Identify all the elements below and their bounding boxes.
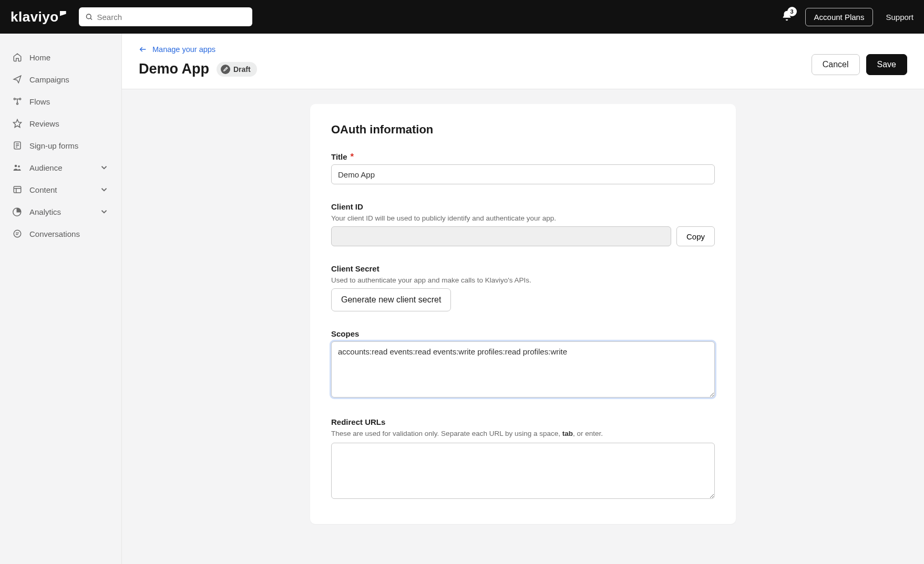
- chat-icon: [13, 229, 22, 238]
- generate-secret-button[interactable]: Generate new client secret: [331, 288, 451, 311]
- title-label: Title: [331, 152, 347, 161]
- field-client-id: Client ID Your client ID will be used to…: [331, 202, 715, 246]
- svg-point-10: [15, 165, 17, 168]
- logo-flag-icon: [60, 11, 66, 16]
- search-input-wrap[interactable]: [79, 7, 252, 26]
- home-icon: [13, 53, 22, 62]
- main-content: Manage your apps Demo App Draft Cancel S…: [122, 34, 924, 564]
- audience-icon: [13, 163, 22, 172]
- arrow-left-icon: [139, 45, 147, 54]
- breadcrumb-label: Manage your apps: [152, 45, 215, 54]
- svg-point-15: [14, 230, 21, 237]
- redirect-help: These are used for validation only. Sepa…: [331, 430, 715, 437]
- sidebar-item-label: Sign-up forms: [29, 141, 78, 150]
- support-link[interactable]: Support: [886, 13, 913, 22]
- notifications-badge: 3: [787, 7, 797, 16]
- svg-marker-5: [14, 120, 22, 128]
- send-icon: [13, 75, 22, 84]
- field-title: Title *: [331, 152, 715, 184]
- sidebar-item-home[interactable]: Home: [7, 46, 114, 68]
- sidebar-item-content[interactable]: Content: [7, 179, 114, 201]
- sidebar-item-conversations[interactable]: Conversations: [7, 223, 114, 245]
- sidebar: Home Campaigns Flows Reviews Sign-up for…: [0, 34, 122, 564]
- svg-point-0: [86, 14, 91, 19]
- logo[interactable]: klaviyo: [11, 9, 66, 25]
- sidebar-item-flows[interactable]: Flows: [7, 90, 114, 112]
- scopes-textarea[interactable]: [331, 341, 715, 398]
- sidebar-item-signup-forms[interactable]: Sign-up forms: [7, 134, 114, 156]
- svg-line-1: [90, 18, 92, 20]
- page-title: Demo App: [139, 61, 209, 77]
- section-title: OAuth information: [331, 123, 715, 137]
- chevron-down-icon: [99, 207, 109, 216]
- svg-point-4: [17, 103, 18, 105]
- svg-rect-12: [14, 186, 21, 193]
- notifications-button[interactable]: 3: [781, 10, 793, 24]
- field-scopes: Scopes: [331, 329, 715, 400]
- star-icon: [13, 119, 22, 128]
- sidebar-item-label: Content: [29, 185, 57, 194]
- top-bar: klaviyo 3 Account Plans Support: [0, 0, 924, 34]
- client-secret-help: Used to authenticate your app and make c…: [331, 276, 715, 284]
- sidebar-item-label: Reviews: [29, 119, 59, 128]
- field-redirect-urls: Redirect URLs These are used for validat…: [331, 417, 715, 501]
- search-input[interactable]: [97, 13, 245, 22]
- sidebar-item-label: Flows: [29, 97, 50, 106]
- pencil-circle-icon: [221, 65, 230, 74]
- content-icon: [13, 185, 22, 194]
- scopes-label: Scopes: [331, 329, 359, 338]
- client-secret-label: Client Secret: [331, 264, 379, 273]
- status-badge: Draft: [217, 62, 257, 77]
- cancel-button[interactable]: Cancel: [812, 54, 860, 75]
- form-icon: [13, 141, 22, 150]
- account-plans-button[interactable]: Account Plans: [805, 8, 874, 26]
- sidebar-item-analytics[interactable]: Analytics: [7, 201, 114, 223]
- copy-client-id-button[interactable]: Copy: [676, 226, 715, 246]
- chevron-down-icon: [99, 163, 109, 172]
- svg-point-3: [19, 98, 21, 100]
- sidebar-item-label: Campaigns: [29, 75, 69, 84]
- sidebar-item-campaigns[interactable]: Campaigns: [7, 68, 114, 90]
- svg-point-11: [18, 165, 20, 168]
- client-id-help: Your client ID will be used to publicly …: [331, 214, 715, 222]
- oauth-card: OAuth information Title * Client ID Your…: [310, 104, 736, 524]
- sidebar-item-label: Audience: [29, 163, 63, 172]
- title-input[interactable]: [331, 164, 715, 184]
- sidebar-item-label: Conversations: [29, 229, 80, 238]
- search-icon: [85, 13, 93, 21]
- sidebar-item-audience[interactable]: Audience: [7, 156, 114, 179]
- status-badge-label: Draft: [233, 65, 251, 74]
- page-header: Manage your apps Demo App Draft Cancel S…: [122, 34, 924, 89]
- field-client-secret: Client Secret Used to authenticate your …: [331, 264, 715, 311]
- save-button[interactable]: Save: [866, 54, 907, 75]
- client-id-label: Client ID: [331, 202, 363, 211]
- sidebar-item-label: Home: [29, 53, 50, 62]
- client-id-input: [331, 226, 671, 246]
- pie-icon: [13, 207, 22, 216]
- sidebar-item-reviews[interactable]: Reviews: [7, 112, 114, 134]
- redirect-label: Redirect URLs: [331, 417, 385, 426]
- flow-icon: [13, 97, 22, 106]
- svg-point-2: [14, 98, 15, 100]
- logo-text: klaviyo: [11, 9, 59, 25]
- sidebar-item-label: Analytics: [29, 207, 61, 216]
- chevron-down-icon: [99, 185, 109, 194]
- breadcrumb-back-link[interactable]: Manage your apps: [139, 45, 257, 54]
- redirect-textarea[interactable]: [331, 443, 715, 499]
